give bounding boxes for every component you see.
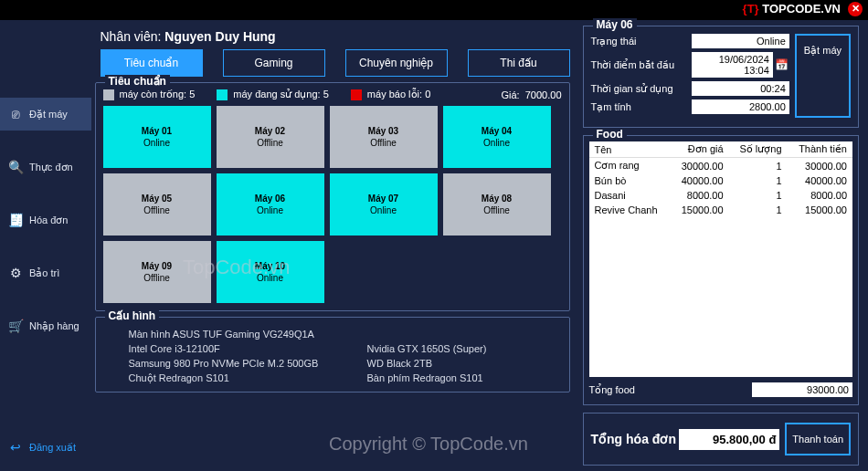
power-button[interactable]: Bật máy [795, 34, 851, 118]
close-icon[interactable]: ✕ [848, 2, 863, 16]
status-summary: máy còn trống: 5 máy đang sử dụng: 5 máy… [103, 89, 562, 100]
config-item [342, 329, 562, 340]
nav-icon: 🛒 [7, 319, 24, 333]
tier-tab[interactable]: Chuyên nghiệp [345, 49, 448, 77]
config-title: Cấu hình [105, 309, 160, 322]
nav-icon: ⚙ [7, 266, 24, 280]
machine-tile[interactable]: Máy 10Online [217, 241, 324, 303]
machine-grid: Máy 01OnlineMáy 02OfflineMáy 03OfflineMá… [103, 106, 562, 303]
sidebar-item[interactable]: 🧾Hóa đơn [0, 204, 91, 236]
sidebar-item[interactable]: ⎚Đặt máy [0, 98, 91, 131]
machine-tile[interactable]: Máy 03Offline [330, 106, 438, 168]
config-group: Cấu hình Màn hình ASUS TUF Gaming VG249Q… [95, 317, 570, 392]
invoice-total: Tổng hóa đơn 95.800,00 đ Thanh toán [583, 413, 860, 466]
tier-title: Tiêu chuẩn [105, 75, 170, 88]
pay-button[interactable]: Thanh toán [785, 423, 851, 455]
title-bar: {T} TOPCODE.VN ✕ [0, 0, 868, 20]
machine-tile[interactable]: Máy 02Offline [217, 106, 324, 168]
machine-tile[interactable]: Máy 06Online [217, 173, 324, 236]
food-row[interactable]: Cơm rang30000.00130000.00 [589, 158, 853, 174]
subtotal-field: 2800.00 [692, 99, 789, 114]
status-field: Online [692, 34, 789, 48]
sidebar: ⎚Đặt máy🔍Thực đơn🧾Hóa đơn⚙Bảo trì🛒Nhập h… [0, 20, 91, 471]
use-swatch [217, 89, 228, 100]
detail-title: Máy 06 [593, 18, 637, 31]
logout-icon: ↩ [7, 440, 24, 455]
config-item: Nvidia GTX 1650S (Super) [342, 343, 562, 354]
nav-icon: ⎚ [7, 107, 24, 121]
food-row[interactable]: Bún bò40000.00140000.00 [589, 173, 853, 188]
machine-tile[interactable]: Máy 05Offline [103, 173, 211, 236]
tier-group: Tiêu chuẩn máy còn trống: 5 máy đang sử … [95, 82, 570, 311]
sidebar-item[interactable]: 🛒Nhập hàng [0, 309, 91, 342]
food-row[interactable]: Revive Chanh15000.00115000.00 [589, 203, 853, 217]
config-item: Màn hình ASUS TUF Gaming VG249Q1A [103, 329, 323, 340]
duration-field: 00:24 [692, 81, 789, 96]
nav-icon: 🔍 [7, 160, 24, 174]
config-item: Chuột Redragon S101 [103, 372, 323, 384]
nav-icon: 🧾 [7, 213, 24, 227]
tier-tab[interactable]: Thi đấu [468, 49, 570, 77]
config-item: Intel Core i3-12100F [103, 343, 323, 354]
config-item: WD Black 2TB [342, 358, 562, 369]
sidebar-item[interactable]: 🔍Thực đơn [0, 151, 91, 183]
machine-tile[interactable]: Máy 01Online [103, 106, 211, 168]
brand-logo: {T} TOPCODE.VN [743, 2, 841, 16]
tier-tabs: Tiêu chuẩnGamingChuyên nghiệpThi đấu [95, 49, 570, 77]
machine-tile[interactable]: Máy 09Offline [103, 241, 211, 303]
sidebar-item[interactable]: ⚙Bảo trì [0, 256, 91, 289]
error-swatch [351, 89, 362, 100]
food-group: Food TênĐơn giáSố lượngThành tiềnCơm ran… [583, 135, 860, 405]
staff-label: Nhân viên: Nguyen Duy Hung [95, 26, 570, 49]
config-item: Bàn phím Redragon S101 [342, 372, 562, 384]
food-title: Food [593, 128, 627, 141]
free-swatch [103, 89, 114, 100]
food-table: TênĐơn giáSố lượngThành tiềnCơm rang3000… [589, 141, 853, 377]
machine-tile[interactable]: Máy 07Online [330, 173, 438, 236]
machine-tile[interactable]: Máy 08Offline [443, 173, 551, 236]
food-total-field: 93000.00 [752, 382, 852, 397]
tier-tab[interactable]: Tiêu chuẩn [101, 49, 203, 77]
tier-tab[interactable]: Gaming [223, 49, 325, 77]
machine-detail: Máy 06 Trạng tháiOnline Thời điểm bắt đầ… [583, 26, 860, 128]
start-field: 19/06/2024 13:04 [692, 52, 773, 78]
food-row[interactable]: Dasani8000.0018000.00 [589, 188, 853, 203]
machine-tile[interactable]: Máy 04Online [443, 106, 551, 168]
config-item: Samsung 980 Pro NVMe PCIe M.2 500GB [103, 358, 323, 369]
calendar-icon[interactable]: 📅 [775, 58, 789, 71]
logout-button[interactable]: ↩Đăng xuất [0, 431, 91, 464]
grand-total-field: 95.800,00 đ [679, 429, 779, 450]
